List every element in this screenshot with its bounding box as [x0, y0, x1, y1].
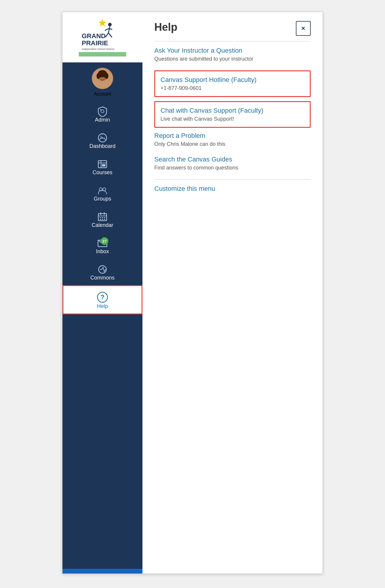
svg-line-7: [108, 29, 112, 29]
sidebar-item-courses[interactable]: Courses: [62, 154, 142, 180]
report-problem-desc: Only Chris Malone can do this: [154, 141, 311, 147]
inbox-icon-wrapper: 27: [97, 238, 108, 248]
help-icon: ?: [97, 291, 108, 303]
ask-instructor-section: Ask Your Instructor a Question Questions…: [154, 47, 311, 62]
svg-text:?: ?: [100, 293, 104, 301]
svg-rect-41: [100, 219, 101, 220]
sidebar-item-account[interactable]: Account: [62, 62, 142, 101]
inbox-badge: 27: [101, 237, 108, 245]
search-guides-desc: Find answers to common questions: [154, 165, 311, 171]
svg-point-24: [102, 137, 103, 138]
calendar-label: Calendar: [92, 222, 113, 228]
svg-point-19: [104, 76, 105, 78]
sidebar-item-inbox[interactable]: 27 Inbox: [62, 232, 142, 259]
sidebar-item-calendar[interactable]: Calendar: [62, 206, 142, 232]
report-problem-section: Report a Problem Only Chris Malone can d…: [154, 132, 311, 147]
svg-rect-11: [79, 52, 126, 56]
svg-point-16: [97, 73, 100, 79]
canvas-hotline-section[interactable]: Canvas Support Hotline (Faculty) +1-877-…: [154, 70, 311, 97]
search-guides-link[interactable]: Search the Canvas Guides: [154, 156, 311, 163]
help-panel: Help × Ask Your Instructor a Question Qu…: [142, 12, 323, 574]
help-header: Help ×: [154, 21, 311, 36]
report-problem-link[interactable]: Report a Problem: [154, 132, 311, 140]
logo-image: GRAND PRAIRIE Independent School Distric…: [79, 18, 126, 56]
groups-label: Groups: [94, 196, 111, 202]
sidebar-item-commons[interactable]: Commons: [62, 259, 142, 285]
inbox-label: Inbox: [96, 248, 109, 255]
sidebar-item-groups[interactable]: Groups: [62, 180, 142, 206]
account-label: Account: [94, 91, 111, 97]
sidebar: GRAND PRAIRIE Independent School Distric…: [62, 12, 142, 574]
ask-instructor-desc: Questions are submitted to your instruct…: [154, 56, 311, 62]
commons-icon: [97, 264, 108, 275]
canvas-chat-section[interactable]: Chat with Canvas Support (Faculty) Live …: [154, 101, 311, 128]
customize-menu-link[interactable]: Customize this menu: [154, 185, 215, 192]
canvas-chat-link[interactable]: Chat with Canvas Support (Faculty): [161, 107, 304, 114]
help-title: Help: [154, 21, 177, 33]
header-divider: [154, 41, 311, 41]
shield-icon: [97, 106, 108, 117]
courses-label: Courses: [92, 169, 112, 176]
sidebar-item-dashboard[interactable]: Dashboard: [62, 127, 142, 154]
footer-divider: [154, 179, 311, 180]
ask-instructor-link[interactable]: Ask Your Instructor a Question: [154, 47, 311, 54]
svg-point-2: [108, 23, 112, 26]
svg-text:Independent School District: Independent School District: [82, 48, 115, 51]
dashboard-label: Dashboard: [89, 143, 116, 149]
svg-point-17: [105, 73, 108, 79]
sidebar-item-admin[interactable]: Admin: [62, 101, 142, 127]
courses-icon: [97, 159, 108, 169]
svg-rect-39: [102, 217, 103, 218]
svg-text:GRAND: GRAND: [82, 32, 106, 40]
svg-rect-40: [104, 217, 105, 218]
svg-text:PRAIRIE: PRAIRIE: [82, 39, 108, 47]
svg-rect-38: [100, 217, 101, 218]
close-button[interactable]: ×: [296, 21, 311, 36]
sidebar-footer: [62, 569, 142, 574]
svg-point-18: [100, 76, 101, 78]
svg-rect-42: [102, 219, 103, 220]
canvas-hotline-desc: +1-877-909-0601: [161, 85, 304, 91]
svg-rect-43: [104, 219, 105, 220]
search-guides-section: Search the Canvas Guides Find answers to…: [154, 156, 311, 171]
sidebar-item-help[interactable]: ? Help: [62, 285, 142, 314]
calendar-icon: [97, 211, 108, 222]
canvas-chat-desc: Live chat with Canvas Support!: [161, 116, 304, 122]
svg-rect-31: [102, 164, 105, 167]
groups-icon: [97, 185, 108, 196]
commons-label: Commons: [90, 275, 115, 281]
svg-line-21: [100, 109, 101, 110]
logo-area: GRAND PRAIRIE Independent School Distric…: [62, 12, 142, 62]
admin-label: Admin: [95, 117, 110, 123]
help-label: Help: [97, 303, 108, 309]
speedometer-icon: [97, 133, 108, 143]
admin-icon-wrapper: [97, 106, 108, 117]
canvas-hotline-link[interactable]: Canvas Support Hotline (Faculty): [161, 76, 304, 84]
avatar: [92, 68, 113, 89]
